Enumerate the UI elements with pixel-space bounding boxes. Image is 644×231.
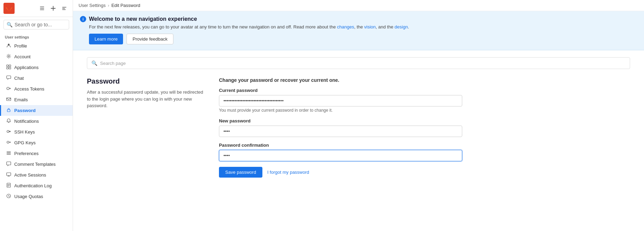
new-password-label: New password xyxy=(219,118,462,123)
section-title: Password xyxy=(87,77,205,85)
learn-more-button[interactable]: Learn more xyxy=(89,34,123,44)
sidebar-nav: ProfileAccountApplicationsChatAccess Tok… xyxy=(0,41,73,202)
form-actions: Save password I forgot my password xyxy=(219,167,462,178)
sidebar-item-usage-quotas[interactable]: Usage Quotas xyxy=(0,191,73,202)
breadcrumb-parent: User Settings xyxy=(79,3,106,8)
change-label: Change your password or recover your cur… xyxy=(219,77,462,83)
two-col-layout: Password After a successful password upd… xyxy=(87,77,630,178)
banner-title-row: i Welcome to a new navigation experience xyxy=(80,16,637,22)
banner-actions: Learn more Provide feedback xyxy=(89,34,637,44)
sidebar-item-authentication-log[interactable]: Authentication Log xyxy=(0,180,73,191)
usage-quotas-icon xyxy=(6,194,11,199)
sidebar-item-chat[interactable]: Chat xyxy=(0,73,73,84)
ssh-keys-icon xyxy=(6,129,11,135)
svg-point-7 xyxy=(8,55,9,57)
svg-rect-4 xyxy=(62,8,65,9)
sidebar-item-label-usage-quotas: Usage Quotas xyxy=(14,194,43,199)
sidebar-item-label-applications: Applications xyxy=(14,65,39,70)
sidebar-item-active-sessions[interactable]: Active Sessions xyxy=(0,170,73,180)
svg-point-6 xyxy=(8,44,10,45)
sidebar: 🔍 Search or go to... User settings Profi… xyxy=(0,0,73,231)
banner-link-vision[interactable]: vision xyxy=(364,24,376,29)
sidebar-item-label-preferences: Preferences xyxy=(14,151,39,156)
sidebar-search[interactable]: 🔍 Search or go to... xyxy=(3,20,69,29)
svg-rect-15 xyxy=(7,110,10,112)
sidebar-item-label-profile: Profile xyxy=(14,43,27,49)
preferences-icon xyxy=(6,151,11,156)
search-page-input[interactable] xyxy=(100,61,626,66)
breadcrumb-separator: › xyxy=(108,3,109,8)
svg-rect-5 xyxy=(62,9,66,10)
banner-desc-suffix: . xyxy=(408,24,409,29)
provide-feedback-button[interactable]: Provide feedback xyxy=(127,34,173,44)
sidebar-item-label-emails: Emails xyxy=(14,97,28,102)
notifications-icon xyxy=(6,118,11,124)
sidebar-item-notifications[interactable]: Notifications xyxy=(0,116,73,127)
search-page-box[interactable]: 🔍 xyxy=(87,57,630,69)
profile-icon xyxy=(6,43,11,49)
sidebar-item-preferences[interactable]: Preferences xyxy=(0,148,73,159)
new-password-group: New password xyxy=(219,118,462,137)
svg-rect-0 xyxy=(40,7,44,7)
svg-rect-18 xyxy=(7,152,11,152)
svg-rect-19 xyxy=(7,153,11,154)
sidebar-item-label-ssh-keys: SSH Keys xyxy=(14,129,35,135)
svg-rect-3 xyxy=(62,7,66,8)
banner-link-changes[interactable]: changes xyxy=(337,24,354,29)
gpg-keys-icon xyxy=(6,140,11,146)
banner-link-design[interactable]: design xyxy=(394,24,408,29)
svg-rect-14 xyxy=(7,98,11,101)
password-icon xyxy=(6,108,11,113)
applications-icon xyxy=(6,65,11,70)
sidebar-item-applications[interactable]: Applications xyxy=(0,62,73,73)
svg-rect-20 xyxy=(7,154,11,155)
password-confirmation-label: Password confirmation xyxy=(219,143,462,148)
breadcrumb: User Settings › Edit Password xyxy=(73,0,644,11)
search-icon: 🔍 xyxy=(7,22,13,27)
sidebar-search-placeholder: Search or go to... xyxy=(15,22,52,27)
banner-desc-mid2: , and the xyxy=(376,24,394,29)
access-tokens-icon xyxy=(6,86,11,92)
banner-desc-mid1: , the xyxy=(354,24,364,29)
account-icon xyxy=(6,54,11,60)
svg-rect-10 xyxy=(7,67,8,69)
current-password-input[interactable] xyxy=(219,95,462,106)
sidebar-item-ssh-keys[interactable]: SSH Keys xyxy=(0,127,73,137)
svg-rect-1 xyxy=(40,8,44,9)
svg-rect-8 xyxy=(7,65,8,67)
gitlab-logo[interactable] xyxy=(3,3,15,14)
new-item-btn[interactable] xyxy=(48,3,58,13)
sidebar-item-account[interactable]: Account xyxy=(0,51,73,62)
chat-icon xyxy=(6,75,11,81)
issues-btn[interactable] xyxy=(59,3,69,13)
authentication-log-icon xyxy=(6,183,11,189)
save-password-button[interactable]: Save password xyxy=(219,167,262,178)
sidebar-item-label-password: Password xyxy=(14,108,35,113)
forgot-password-link[interactable]: I forgot my password xyxy=(267,170,309,175)
sidebar-item-emails[interactable]: Emails xyxy=(0,94,73,105)
sidebar-item-password[interactable]: Password xyxy=(0,105,73,116)
sidebar-item-profile[interactable]: Profile xyxy=(0,41,73,51)
breadcrumb-current: Edit Password xyxy=(111,3,140,8)
sidebar-item-access-tokens[interactable]: Access Tokens xyxy=(0,84,73,94)
password-confirmation-input[interactable] xyxy=(219,150,462,161)
active-sessions-icon xyxy=(6,172,11,178)
search-page-icon: 🔍 xyxy=(91,60,97,66)
current-password-label: Current password xyxy=(219,88,462,93)
sidebar-item-label-authentication-log: Authentication Log xyxy=(14,183,52,188)
banner-title: Welcome to a new navigation experience xyxy=(89,16,197,22)
info-banner: i Welcome to a new navigation experience… xyxy=(73,11,644,50)
sidebar-item-comment-templates[interactable]: Comment Templates xyxy=(0,159,73,170)
emails-icon xyxy=(6,97,11,103)
new-password-input[interactable] xyxy=(219,126,462,137)
svg-rect-21 xyxy=(7,162,11,165)
sidebar-item-label-active-sessions: Active Sessions xyxy=(14,172,46,178)
banner-desc-prefix: For the next few releases, you can go to… xyxy=(89,24,337,29)
info-icon: i xyxy=(80,16,86,22)
sidebar-toggle-btn[interactable] xyxy=(37,3,47,13)
sidebar-item-gpg-keys[interactable]: GPG Keys xyxy=(0,137,73,148)
sidebar-item-label-notifications: Notifications xyxy=(14,119,39,124)
svg-rect-9 xyxy=(9,65,11,67)
left-column: Password After a successful password upd… xyxy=(87,77,205,178)
svg-rect-2 xyxy=(40,10,44,10)
